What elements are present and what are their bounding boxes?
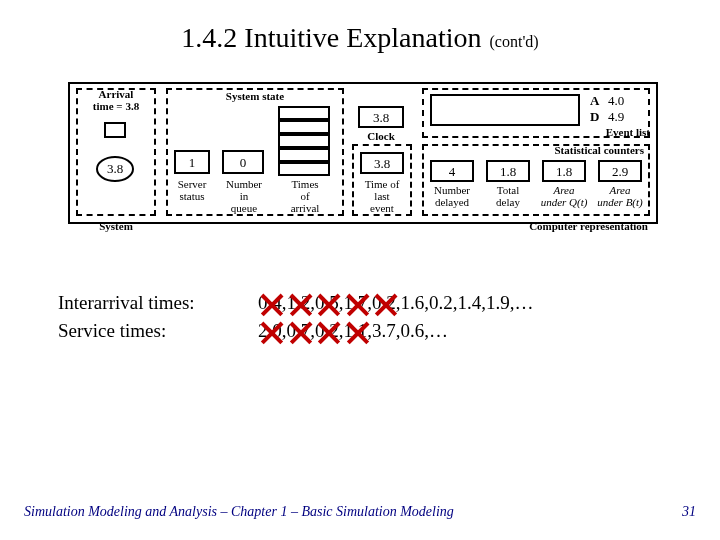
value-item: 1.9, <box>486 292 515 314</box>
arrival-time-label: Arrival time = 3.8 <box>76 88 156 112</box>
server-status-box: 1 <box>174 150 210 174</box>
server-status-label: Server status <box>168 178 216 202</box>
clock-box: 3.8 <box>358 106 404 128</box>
value-item: 0.2, <box>372 292 401 314</box>
slide-title: 1.4.2 Intuitive Explanation <box>181 22 481 53</box>
num-in-queue-label: Number in queue <box>218 178 270 214</box>
interarrival-values: 0.4, 1.2, 0.5, 1.7, 0.2, 1.6, 0.2, 1.4, … <box>258 292 534 314</box>
system-label: System <box>76 220 156 232</box>
slide-title-block: 1.4.2 Intuitive Explanation (cont'd) <box>0 22 720 54</box>
clock-label: Clock <box>358 130 404 142</box>
value-item: 1.7, <box>344 292 373 314</box>
area-b-box: 2.9 <box>598 160 642 182</box>
computer-rep-label: Computer representation <box>358 220 648 232</box>
arrival-stack-3 <box>278 120 330 134</box>
value-item: 2.0, <box>258 320 287 342</box>
area-q-box: 1.8 <box>542 160 586 182</box>
area-b-label: Area under B(t) <box>590 184 650 208</box>
value-item: 1.4, <box>458 292 487 314</box>
event-d-label: D <box>590 110 608 124</box>
total-delay-label: Total delay <box>480 184 536 208</box>
area-q-label: Area under Q(t) <box>534 184 594 208</box>
value-item: 0.4, <box>258 292 287 314</box>
slide-title-contd: (cont'd) <box>490 33 539 50</box>
event-list-caption: Event list <box>584 126 650 138</box>
time-last-event-box: 3.8 <box>360 152 404 174</box>
arrival-stack-2 <box>278 134 330 148</box>
value-item: 3.7, <box>372 320 401 342</box>
value-item: 0.2, <box>429 292 458 314</box>
arrival-token-box <box>104 122 126 138</box>
time-last-event-label: Time of last event <box>354 178 410 214</box>
event-a-label: A <box>590 94 608 108</box>
value-item: 1.1, <box>344 320 373 342</box>
arrival-token-circle: 3.8 <box>96 156 134 182</box>
value-item: 1.2, <box>287 292 316 314</box>
event-d-value: 4.9 <box>608 110 640 124</box>
page-number: 31 <box>682 504 696 520</box>
value-item: 0.6, <box>401 320 430 342</box>
interarrival-row: Interarrival times: 0.4, 1.2, 0.5, 1.7, … <box>58 292 534 314</box>
footer-text: Simulation Modeling and Analysis – Chapt… <box>24 504 454 520</box>
value-item: 0.7, <box>287 320 316 342</box>
value-item: 0.5, <box>315 292 344 314</box>
value-item: … <box>429 320 448 342</box>
times-block: Interarrival times: 0.4, 1.2, 0.5, 1.7, … <box>58 292 534 348</box>
state-diagram: Arrival time = 3.8 3.8 System System sta… <box>68 82 658 252</box>
arrival-token-value: 3.8 <box>107 161 123 177</box>
arrival-stack-4 <box>278 106 330 120</box>
value-item: … <box>515 292 534 314</box>
num-in-queue-box: 0 <box>222 150 264 174</box>
arrival-stack-0 <box>278 162 330 176</box>
service-values: 2.0, 0.7, 0.2, 1.1, 3.7, 0.6, … <box>258 320 448 342</box>
interarrival-label: Interarrival times: <box>58 292 258 314</box>
slide-footer: Simulation Modeling and Analysis – Chapt… <box>0 504 720 520</box>
arrival-stack-1 <box>278 148 330 162</box>
total-delay-box: 1.8 <box>486 160 530 182</box>
value-item: 1.6, <box>401 292 430 314</box>
event-a-value: 4.0 <box>608 94 640 108</box>
counters-label: Statistical counters <box>422 144 650 156</box>
num-delayed-label: Number delayed <box>424 184 480 208</box>
event-list-box <box>430 94 580 126</box>
service-row: Service times: 2.0, 0.7, 0.2, 1.1, 3.7, … <box>58 320 534 342</box>
times-of-arrival-label: Times of arrival <box>274 178 336 214</box>
system-state-label: System state <box>166 90 344 102</box>
num-delayed-box: 4 <box>430 160 474 182</box>
service-label: Service times: <box>58 320 258 342</box>
value-item: 0.2, <box>315 320 344 342</box>
